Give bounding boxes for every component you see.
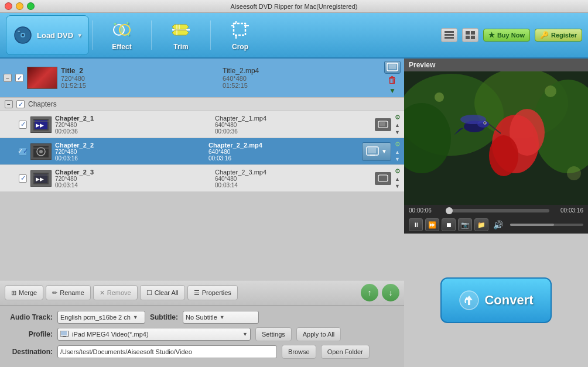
trim-label: Trim — [173, 43, 188, 51]
profile-select[interactable]: iPad MPEG4 Video(*.mp4) ▼ — [57, 328, 251, 341]
buy-now-button[interactable]: ★ Buy Now — [483, 29, 530, 42]
browse-label: Browse — [288, 348, 310, 355]
remove-button[interactable]: ✕ Remove — [93, 285, 138, 300]
chapter-2-down-icon[interactable]: ▼ — [395, 156, 401, 162]
svg-rect-28 — [389, 64, 396, 69]
destination-label: Destination: — [6, 348, 53, 356]
title-output-dims: 640*480 — [223, 75, 381, 82]
title-row[interactable]: − Title_2 720*480 01:52:15 Title_2.mp4 6… — [0, 59, 404, 98]
crop-icon — [230, 19, 251, 40]
chapter-3-down-icon[interactable]: ▼ — [395, 183, 401, 189]
list-view-button[interactable] — [441, 28, 457, 42]
preview-label: Preview — [409, 61, 435, 69]
svg-point-57 — [489, 135, 518, 176]
convert-button[interactable]: Convert — [440, 277, 552, 323]
chapter-2-info: Chapter_2_2 720*480 00:03:16 — [55, 142, 205, 162]
chapter-2-thumb — [30, 143, 52, 160]
title-list: − Title_2 720*480 01:52:15 Title_2.mp4 6… — [0, 59, 404, 280]
volume-track[interactable] — [510, 224, 583, 226]
clear-all-button[interactable]: ☐ Clear All — [140, 285, 185, 300]
chapter-1-device-icon[interactable] — [375, 118, 391, 131]
convert-icon — [459, 290, 480, 311]
title-device-icon[interactable] — [384, 61, 401, 74]
load-dvd-button[interactable]: + Load DVD ▼ — [6, 15, 89, 55]
browse-button[interactable]: Browse — [282, 345, 316, 359]
minimize-button[interactable] — [16, 2, 23, 10]
expand-button[interactable]: − — [4, 74, 12, 82]
pause-button[interactable]: ⏸ — [409, 218, 423, 231]
trim-button[interactable]: Trim — [155, 15, 207, 55]
title-checkbox[interactable] — [15, 74, 23, 82]
chapter-3-device-icon[interactable] — [375, 172, 391, 185]
chapters-header: − Chapters — [0, 98, 404, 111]
chapter-2-duration: 00:03:16 — [55, 155, 205, 162]
grid-view-button[interactable] — [462, 28, 478, 42]
separator-2 — [151, 20, 152, 50]
stop-button[interactable]: ⏹ — [442, 218, 456, 231]
chapter-1-duration: 00:00:36 — [55, 128, 211, 135]
chapters-checkbox[interactable] — [16, 100, 25, 108]
chapter-row-2[interactable]: ✓ Chapter_2_2 720*480 00:03:16 Chapter_2… — [0, 138, 404, 165]
subtitle-select-arrow: ▼ — [220, 314, 225, 320]
rename-label: Rename — [60, 289, 84, 296]
destination-field[interactable]: /Users/test/Documents/Aiseesoft Studio/V… — [57, 345, 277, 358]
buy-now-icon: ★ — [488, 31, 495, 39]
effect-button[interactable]: ✦ ✦ ✦ Effect — [95, 15, 148, 55]
maximize-button[interactable] — [27, 2, 35, 10]
register-button[interactable]: 🔑 Register — [535, 29, 582, 42]
open-folder-button[interactable]: Open Folder — [321, 345, 370, 359]
chapter-row-1[interactable]: ▶▶ Chapter_2_1 720*480 00:00:36 Chapter_… — [0, 111, 404, 138]
chapter-3-settings-icon[interactable]: ⚙ — [395, 167, 401, 175]
svg-rect-34 — [380, 122, 385, 126]
progress-track[interactable] — [446, 209, 549, 212]
crop-button[interactable]: Crop — [214, 15, 266, 55]
profile-value: iPad MPEG4 Video(*.mp4) — [72, 331, 240, 338]
subtitle-select[interactable]: No Subtitle ▼ — [183, 311, 259, 324]
chapter-1-name: Chapter_2_1 — [55, 115, 211, 122]
screenshot-button[interactable]: 📷 — [458, 218, 472, 231]
separator-1 — [92, 20, 93, 50]
merge-button[interactable]: ⊞ Merge — [5, 285, 43, 300]
progress-thumb[interactable] — [446, 207, 453, 214]
title-dims: 720*480 — [61, 75, 219, 82]
chapter-2-settings-icon[interactable]: ⚙ — [395, 140, 401, 148]
properties-button[interactable]: ☰ Properties — [187, 285, 238, 300]
svg-text:▶▶: ▶▶ — [36, 176, 44, 182]
apply-to-all-button[interactable]: Apply to All — [296, 327, 341, 341]
chapter-2-out-dur: 00:03:16 — [208, 155, 358, 162]
subtitle-value: No Subtitle — [186, 314, 217, 321]
audio-subtitle-row: Audio Track: English pcm_s16be 2 ch ▼ Su… — [6, 311, 398, 324]
chapter-2-up-icon[interactable]: ▲ — [395, 149, 401, 155]
chapter-1-actions: ⚙ ▲ ▼ — [395, 114, 401, 135]
chapter-1-settings-icon[interactable]: ⚙ — [395, 114, 401, 121]
title-delete-icon[interactable]: 🗑 — [388, 75, 397, 85]
chapter-1-down-icon[interactable]: ▼ — [395, 129, 401, 135]
audio-track-select[interactable]: English pcm_s16be 2 ch ▼ — [57, 311, 145, 324]
window-title: Aiseesoft DVD Ripper for Mac(Unregistere… — [230, 3, 357, 10]
chapter-1-checkbox[interactable] — [19, 121, 27, 129]
title-expand-icon[interactable]: ▼ — [389, 87, 396, 95]
chapters-expand[interactable]: − — [5, 100, 13, 108]
chapter-2-checkbox[interactable]: ✓ — [19, 148, 27, 156]
audio-select-arrow: ▼ — [133, 314, 138, 320]
chapter-1-info: Chapter_2_1 720*480 00:00:36 — [55, 115, 211, 135]
properties-label: Properties — [202, 289, 231, 296]
chapter-2-device-select[interactable]: ▼ — [362, 142, 391, 161]
nav-buttons: ↑ ↓ — [361, 284, 399, 301]
svg-rect-40 — [368, 148, 376, 153]
settings-btn-label: Settings — [262, 331, 285, 338]
chapter-row-3[interactable]: ▶▶ Chapter_2_3 720*480 00:03:14 Chapter_… — [0, 165, 404, 192]
settings-button[interactable]: Settings — [255, 327, 292, 341]
fast-forward-button[interactable]: ⏩ — [425, 218, 439, 231]
move-down-button[interactable]: ↓ — [382, 284, 399, 301]
chapter-1-up-icon[interactable]: ▲ — [395, 122, 401, 128]
toolbar-right: ★ Buy Now 🔑 Register — [441, 28, 582, 42]
rename-button[interactable]: ✏ Rename — [46, 285, 91, 300]
move-up-button[interactable]: ↑ — [361, 284, 378, 301]
svg-rect-24 — [471, 31, 475, 35]
chapter-3-checkbox[interactable] — [19, 174, 27, 183]
folder-button[interactable]: 📁 — [474, 218, 488, 231]
chapter-3-up-icon[interactable]: ▲ — [395, 176, 401, 182]
svg-point-2 — [22, 34, 24, 36]
close-button[interactable] — [5, 2, 12, 10]
